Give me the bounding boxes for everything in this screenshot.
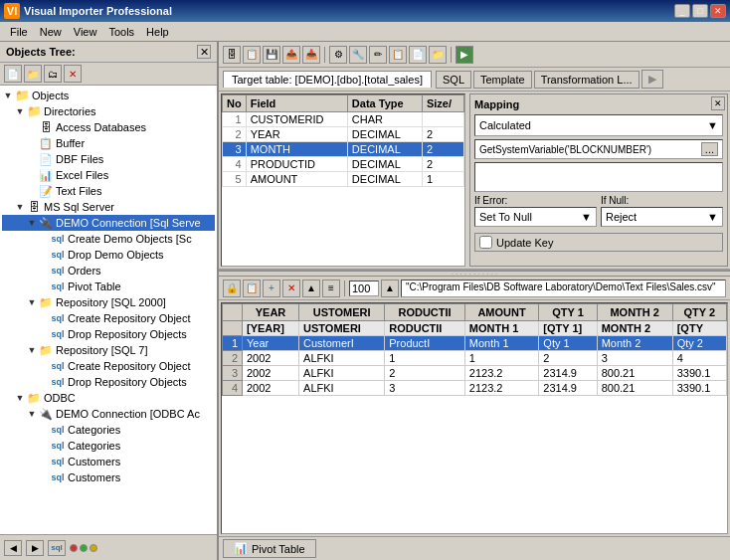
col-customerid: USTOMERI bbox=[299, 304, 385, 321]
row-num: 4 bbox=[223, 381, 243, 396]
data-btn-up[interactable]: ▲ bbox=[302, 280, 320, 297]
tree-item-pivot[interactable]: sql Pivot Table bbox=[2, 279, 215, 294]
tree-container[interactable]: ▼ 📁 Objects ▼ 📁 Directories 🗄 Access Dat… bbox=[0, 86, 217, 534]
tab-sql[interactable]: SQL bbox=[436, 71, 471, 89]
row-count-input[interactable] bbox=[349, 280, 379, 296]
new-button[interactable]: 📄 bbox=[4, 65, 22, 83]
tree-item-repo7[interactable]: ▼ 📁 Repository [SQL 7] bbox=[2, 342, 215, 358]
ellipsis-button[interactable]: ... bbox=[701, 142, 718, 156]
table-row[interactable]: 3 2002 ALFKI 2 2123.2 2314.9 800.21 3390… bbox=[223, 366, 727, 381]
row-num: 2 bbox=[223, 351, 243, 366]
tree-item-drop-repo2000[interactable]: sql Drop Repository Objects bbox=[2, 326, 215, 342]
toolbar-btn-save[interactable]: 💾 bbox=[263, 46, 280, 64]
menu-file[interactable]: File bbox=[4, 24, 34, 40]
tree-item-mssql[interactable]: ▼ 🗄 MS Sql Server bbox=[2, 199, 215, 215]
panel-close-button[interactable]: ✕ bbox=[197, 45, 211, 59]
data-btn-1[interactable]: 🔒 bbox=[223, 280, 241, 297]
pivot-table-button[interactable]: 📊 Pivot Table bbox=[223, 539, 316, 558]
toggle-icon[interactable]: ▼ bbox=[14, 202, 26, 212]
tree-item-demo-conn[interactable]: ▼ 🔌 DEMO Connection [Sql Serve bbox=[2, 215, 215, 231]
table-row[interactable]: 5 AMOUNT DECIMAL 1 bbox=[223, 172, 464, 187]
target-table-tab[interactable]: Target table: [DEMO].[dbo].[total_sales] bbox=[223, 71, 432, 88]
table-row[interactable]: 2 2002 ALFKI 1 1 2 3 4 bbox=[223, 351, 727, 366]
data-btn-2[interactable]: 📋 bbox=[243, 280, 261, 297]
menu-tools[interactable]: Tools bbox=[102, 24, 140, 40]
toggle-icon[interactable]: ▼ bbox=[26, 218, 38, 228]
toolbar-btn-7[interactable]: 🔧 bbox=[349, 46, 367, 64]
tree-item-directories[interactable]: ▼ 📁 Directories bbox=[2, 103, 215, 119]
tree-item-odbc[interactable]: ▼ 📁 ODBC bbox=[2, 390, 215, 406]
tree-item-create-repo7[interactable]: sql Create Repository Object bbox=[2, 358, 215, 374]
toggle-icon[interactable]: ▼ bbox=[14, 106, 26, 116]
toolbar-btn-8[interactable]: ✏ bbox=[369, 46, 387, 64]
toolbar-btn-11[interactable]: 📁 bbox=[429, 46, 447, 64]
tree-item-repo2000[interactable]: ▼ 📁 Repository [SQL 2000] bbox=[2, 294, 215, 310]
table-row[interactable]: 4 PRODUCTID DECIMAL 2 bbox=[223, 157, 464, 172]
data-btn-add[interactable]: + bbox=[263, 280, 280, 297]
table-row[interactable]: 2 YEAR DECIMAL 2 bbox=[223, 127, 464, 142]
if-error-select[interactable]: Set To Null ▼ bbox=[474, 207, 597, 227]
mapping-text-area[interactable] bbox=[474, 162, 723, 192]
field-table-container[interactable]: No Field Data Type Size/ 1 CUSTOMERID CH… bbox=[221, 93, 465, 267]
tree-label: Create Repository Object bbox=[68, 312, 191, 324]
tree-item-create-demo[interactable]: sql Create Demo Objects [Sc bbox=[2, 231, 215, 247]
tree-item-customers2[interactable]: sql Customers bbox=[2, 469, 215, 485]
update-key-checkbox[interactable] bbox=[479, 236, 492, 249]
cell-month1: Month 1 bbox=[464, 336, 539, 351]
toggle-icon[interactable]: ▼ bbox=[26, 297, 38, 307]
table-row[interactable]: 4 2002 ALFKI 3 2123.2 2314.9 800.21 3390… bbox=[223, 381, 727, 396]
tree-item-customers1[interactable]: sql Customers bbox=[2, 454, 215, 469]
data-btn-del[interactable]: ✕ bbox=[282, 280, 300, 297]
toolbar-btn-5[interactable]: 📥 bbox=[302, 46, 320, 64]
toolbar-btn-4[interactable]: 📤 bbox=[282, 46, 300, 64]
nav-icon-button[interactable]: sql bbox=[48, 540, 66, 556]
tree-item-text[interactable]: 📝 Text Files bbox=[2, 183, 215, 199]
toggle-icon[interactable]: ▼ bbox=[26, 409, 38, 419]
data-btn-filter[interactable]: ≡ bbox=[322, 280, 340, 297]
nav-prev-button[interactable]: ◀ bbox=[4, 540, 22, 556]
toggle-icon[interactable]: ▼ bbox=[14, 393, 26, 403]
tree-item-demo-odbc[interactable]: ▼ 🔌 DEMO Connection [ODBC Ac bbox=[2, 406, 215, 422]
tree-item-objects[interactable]: ▼ 📁 Objects bbox=[2, 88, 215, 103]
toolbar-btn-1[interactable]: 🗄 bbox=[223, 46, 241, 64]
toolbar-btn-9[interactable]: 📋 bbox=[389, 46, 407, 64]
run-button[interactable]: ▶ bbox=[456, 46, 473, 64]
tree-item-buffer[interactable]: 📋 Buffer bbox=[2, 135, 215, 151]
data-table-container[interactable]: YEAR USTOMERI RODUCTII AMOUNT QTY 1 MONT… bbox=[221, 302, 728, 534]
tree-item-orders[interactable]: sql Orders bbox=[2, 263, 215, 279]
toolbar-btn-10[interactable]: 📄 bbox=[409, 46, 427, 64]
tree-item-categories1[interactable]: sql Categories bbox=[2, 422, 215, 438]
row-count-up[interactable]: ▲ bbox=[381, 280, 399, 297]
tree-item-create-repo2000[interactable]: sql Create Repository Object bbox=[2, 310, 215, 326]
open2-button[interactable]: 🗂 bbox=[44, 65, 62, 83]
menu-view[interactable]: View bbox=[68, 24, 103, 40]
table-row[interactable]: 1 Year CustomerI ProductI Month 1 Qty 1 … bbox=[223, 336, 727, 351]
if-null-select[interactable]: Reject ▼ bbox=[601, 207, 723, 227]
delete-button[interactable]: ✕ bbox=[64, 65, 82, 83]
mapping-expression[interactable]: GetSystemVariable('BLOCKNUMBER') ... bbox=[474, 139, 723, 159]
toolbar-btn-6[interactable]: ⚙ bbox=[329, 46, 347, 64]
tab-template[interactable]: Template bbox=[473, 71, 532, 89]
tree-item-excel[interactable]: 📊 Excel Files bbox=[2, 167, 215, 183]
minimize-button[interactable]: _ bbox=[674, 4, 690, 18]
toggle-icon[interactable]: ▼ bbox=[2, 91, 14, 100]
menu-help[interactable]: Help bbox=[140, 24, 175, 40]
toggle-icon[interactable]: ▼ bbox=[26, 345, 38, 355]
nav-next-button[interactable]: ▶ bbox=[26, 540, 44, 556]
table-row[interactable]: 1 CUSTOMERID CHAR bbox=[223, 112, 464, 127]
toolbar-btn-2[interactable]: 📋 bbox=[243, 46, 261, 64]
open-button[interactable]: 📁 bbox=[24, 65, 42, 83]
tab-transform[interactable]: Transformation L... bbox=[534, 71, 639, 89]
tree-item-categories2[interactable]: sql Categories bbox=[2, 438, 215, 454]
tab-scroll-right[interactable]: ▶ bbox=[641, 70, 663, 89]
tree-item-access[interactable]: 🗄 Access Databases bbox=[2, 119, 215, 135]
tree-item-dbf[interactable]: 📄 DBF Files bbox=[2, 151, 215, 167]
mapping-type-select[interactable]: Calculated ▼ bbox=[474, 114, 723, 136]
tree-item-drop-repo7[interactable]: sql Drop Repository Objects bbox=[2, 374, 215, 390]
close-button[interactable]: ✕ bbox=[710, 4, 726, 18]
table-row[interactable]: 3 MONTH DECIMAL 2 bbox=[223, 142, 464, 157]
menu-new[interactable]: New bbox=[34, 24, 68, 40]
tree-item-drop-demo[interactable]: sql Drop Demo Objects bbox=[2, 247, 215, 263]
mapping-close-button[interactable]: ✕ bbox=[711, 96, 725, 110]
maximize-button[interactable]: □ bbox=[692, 4, 708, 18]
